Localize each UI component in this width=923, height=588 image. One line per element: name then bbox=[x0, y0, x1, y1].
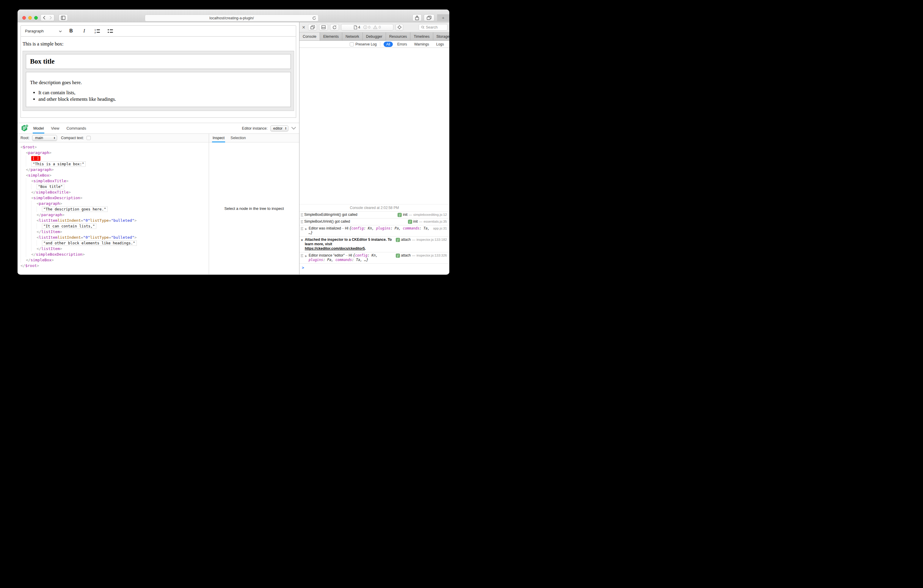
italic-button[interactable]: I bbox=[80, 27, 88, 35]
tree-node[interactable]: <simpleBoxTitle> bbox=[21, 178, 209, 184]
tree-node[interactable]: </listItem> bbox=[21, 246, 209, 251]
zoom-window-button[interactable] bbox=[34, 16, 38, 20]
inspector-tab-model[interactable]: Model bbox=[33, 123, 44, 133]
disclosure-closed-icon[interactable]: ▶ bbox=[305, 254, 307, 258]
reload-page-button[interactable] bbox=[330, 24, 339, 31]
indent-guide bbox=[21, 246, 26, 251]
tree-node[interactable]: <paragraph> bbox=[21, 200, 209, 206]
tree-node[interactable]: "and other block elements like headings.… bbox=[21, 240, 209, 246]
console-message[interactable]: ▶Editor was initialized – Hl {config: Kn… bbox=[299, 225, 449, 237]
paragraph-style-dropdown[interactable]: Paragraph bbox=[25, 29, 62, 33]
page-resources-cell[interactable]: 4 bbox=[354, 25, 360, 30]
simple-box-title[interactable]: Box title bbox=[26, 54, 291, 69]
tree-node[interactable]: [ ] bbox=[21, 156, 209, 161]
simple-box-description[interactable]: The description goes here. It can contai… bbox=[26, 72, 291, 107]
error-count-cell[interactable]: 0 bbox=[363, 25, 371, 30]
reload-icon[interactable] bbox=[312, 16, 316, 21]
console-scope-warnings[interactable]: Warnings bbox=[412, 42, 432, 47]
minimize-window-button[interactable] bbox=[28, 16, 32, 20]
bold-button[interactable]: B bbox=[67, 27, 75, 35]
description-paragraph[interactable]: The description goes here. bbox=[30, 80, 287, 85]
dock-bottom-button[interactable] bbox=[319, 24, 328, 31]
console-message[interactable]: SimpleBoxEditing#init() got calledfinit—… bbox=[299, 212, 449, 218]
message-link[interactable]: https://ckeditor.com/docs/ckeditor5 bbox=[305, 246, 365, 251]
devtools-tab-console[interactable]: Console bbox=[299, 33, 320, 40]
tree-node[interactable]: "This is a simple box:" bbox=[21, 161, 209, 167]
simple-box-widget[interactable]: Box title The description goes here. It … bbox=[23, 51, 294, 111]
tree-node[interactable]: <listItem listIndent="0" listType="bulle… bbox=[21, 235, 209, 240]
inspector-tab-commands[interactable]: Commands bbox=[66, 123, 87, 133]
bulleted-list-button[interactable] bbox=[107, 27, 114, 35]
inspect-tab-inspect[interactable]: Inspect bbox=[212, 134, 225, 142]
source-link[interactable]: essentials.js:35 bbox=[424, 219, 447, 224]
source-link[interactable]: simpleboxediting.js:12 bbox=[413, 213, 447, 217]
tree-node[interactable]: </paragraph> bbox=[21, 212, 209, 218]
address-bar[interactable]: localhost/creating-a-plugin/ bbox=[145, 15, 319, 21]
new-tab-button[interactable]: + bbox=[437, 14, 449, 21]
inspector-tab-view[interactable]: View bbox=[50, 123, 60, 133]
element-picker-button[interactable] bbox=[396, 24, 403, 31]
list-item[interactable]: and other block elements like headings. bbox=[38, 96, 287, 102]
devtools-tab-resources[interactable]: Resources bbox=[386, 33, 411, 40]
inspect-tab-selection[interactable]: Selection bbox=[230, 134, 246, 142]
tree-node[interactable]: "It can contain lists," bbox=[21, 223, 209, 229]
attribute-name: listIndent bbox=[57, 218, 80, 223]
devtools-search-field[interactable]: Search bbox=[419, 24, 448, 31]
back-button[interactable] bbox=[41, 14, 48, 21]
editor-paragraph[interactable]: This is a simple box: bbox=[23, 40, 294, 48]
warning-count-cell[interactable]: 0 bbox=[373, 25, 381, 30]
list-item[interactable]: It can contain lists, bbox=[38, 90, 287, 95]
editor-instance-select[interactable]: editor ▲▼ bbox=[270, 125, 288, 131]
devtools-tab-elements[interactable]: Elements bbox=[320, 33, 342, 40]
preserve-log-option[interactable]: Preserve Log bbox=[350, 42, 376, 46]
close-devtools-button[interactable]: ✕ bbox=[301, 25, 306, 30]
editor-content[interactable]: This is a simple box: Box title The desc… bbox=[21, 36, 296, 118]
console-message[interactable]: ▼Attached the inspector to a CKEditor 5 … bbox=[299, 237, 449, 252]
tree-node[interactable]: </$root> bbox=[21, 263, 209, 268]
compact-text-checkbox[interactable] bbox=[87, 136, 91, 140]
devtools-tab-storage[interactable]: Storage bbox=[433, 33, 449, 40]
console-scope-logs[interactable]: Logs bbox=[434, 42, 447, 47]
close-window-button[interactable] bbox=[22, 16, 26, 20]
console-prompt[interactable]: > bbox=[299, 264, 449, 274]
preserve-log-checkbox[interactable] bbox=[350, 42, 354, 46]
source-link[interactable]: app.js:31 bbox=[433, 226, 447, 231]
tree-node[interactable]: </simpleBox> bbox=[21, 257, 209, 263]
console-message[interactable]: ▶Editor instance "editor" – Hl {config: … bbox=[299, 252, 449, 264]
root-select[interactable]: main ▲▼ bbox=[32, 135, 57, 141]
tree-node[interactable]: "Box title" bbox=[21, 184, 209, 189]
tree-node[interactable]: <paragraph> bbox=[21, 150, 209, 156]
devtools-tab-network[interactable]: Network bbox=[342, 33, 363, 40]
tree-node[interactable]: <simpleBoxDescription> bbox=[21, 195, 209, 200]
console-scope-errors[interactable]: Errors bbox=[394, 42, 410, 47]
message-segment: – bbox=[345, 253, 348, 258]
tree-node[interactable]: <$root> bbox=[21, 144, 209, 150]
disclosure-open-icon[interactable]: ▼ bbox=[301, 238, 303, 243]
message-segment: – bbox=[341, 226, 345, 230]
share-button[interactable] bbox=[412, 14, 422, 21]
crosshair-icon bbox=[397, 25, 402, 30]
tree-node[interactable]: </paragraph> bbox=[21, 167, 209, 172]
tree-node[interactable]: </simpleBoxDescription> bbox=[21, 251, 209, 257]
tree-node[interactable]: </listItem> bbox=[21, 229, 209, 235]
tree-node[interactable]: "The description goes here." bbox=[21, 206, 209, 212]
collapse-inspector-icon[interactable] bbox=[291, 126, 296, 130]
indent-guide bbox=[36, 206, 42, 212]
console-scope-all[interactable]: All bbox=[384, 42, 393, 47]
tab-overview-button[interactable] bbox=[424, 14, 434, 21]
page-count: 4 bbox=[358, 25, 360, 30]
devtools-tab-timelines[interactable]: Timelines bbox=[411, 33, 433, 40]
tree-node[interactable]: <listItem listIndent="0" listType="bulle… bbox=[21, 218, 209, 223]
console-message[interactable]: SimpleBoxUI#init() got calledfinit—essen… bbox=[299, 218, 449, 225]
tree-node[interactable]: </simpleBoxTitle> bbox=[21, 189, 209, 195]
forward-button[interactable] bbox=[47, 14, 54, 21]
numbered-list-button[interactable]: 1 2 bbox=[94, 27, 101, 35]
disclosure-closed-icon[interactable]: ▶ bbox=[305, 227, 307, 231]
source-link[interactable]: inspector.js:133:182 bbox=[417, 238, 447, 242]
tree-node[interactable]: <simpleBox> bbox=[21, 172, 209, 178]
devtools-tab-debugger[interactable]: Debugger bbox=[363, 33, 386, 40]
sidebar-toggle-button[interactable] bbox=[59, 14, 68, 21]
source-link[interactable]: inspector.js:133:326 bbox=[417, 253, 447, 258]
detach-devtools-button[interactable] bbox=[308, 24, 317, 31]
resource-status-group[interactable]: 4 0 bbox=[341, 24, 393, 31]
